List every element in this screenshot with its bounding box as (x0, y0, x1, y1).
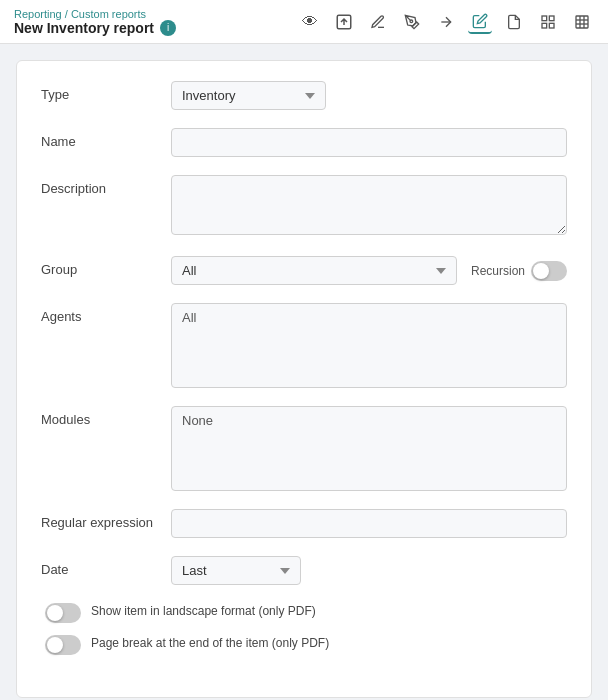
agents-control: All (171, 303, 567, 388)
active-edit-icon[interactable] (468, 10, 492, 34)
regex-control (171, 509, 567, 538)
grid-icon[interactable] (536, 10, 560, 34)
pen-nib-icon[interactable] (400, 10, 424, 34)
regex-row: Regular expression (41, 509, 567, 538)
form-card: Type Inventory Network Software Hardware… (16, 60, 592, 698)
modules-control: None (171, 406, 567, 491)
date-select[interactable]: Last Today This week This month (171, 556, 301, 585)
svg-rect-4 (549, 16, 554, 21)
description-control (171, 175, 567, 238)
breadcrumb-area: Reporting / Custom reports New Inventory… (14, 8, 176, 36)
svg-rect-6 (549, 23, 554, 28)
svg-rect-5 (542, 23, 547, 28)
eye-icon[interactable]: 👁 (298, 10, 322, 34)
info-icon[interactable]: i (160, 20, 176, 36)
recursion-toggle[interactable] (531, 261, 567, 281)
page-title-row: New Inventory report i (14, 20, 176, 36)
recursion-label: Recursion (471, 264, 525, 278)
modules-multiselect[interactable]: None (171, 406, 567, 491)
agents-multiselect[interactable]: All (171, 303, 567, 388)
landscape-row: Show item in landscape format (only PDF) (41, 603, 567, 623)
modules-value: None (182, 413, 213, 428)
type-control: Inventory Network Software Hardware (171, 81, 567, 110)
agents-value: All (182, 310, 196, 325)
group-row: Group All Group 1 Group 2 Recursion (41, 256, 567, 285)
breadcrumb: Reporting / Custom reports (14, 8, 176, 20)
group-label: Group (41, 256, 171, 277)
breadcrumb-parent[interactable]: Reporting (14, 8, 62, 20)
breadcrumb-current[interactable]: Custom reports (71, 8, 146, 20)
name-input[interactable] (171, 128, 567, 157)
pagebreak-toggle[interactable] (45, 635, 81, 655)
date-control: Last Today This week This month (171, 556, 567, 585)
recursion-toggle-wrap: Recursion (471, 261, 567, 281)
top-bar: Reporting / Custom reports New Inventory… (0, 0, 608, 44)
group-control: All Group 1 Group 2 Recursion (171, 256, 567, 285)
date-row: Date Last Today This week This month (41, 556, 567, 585)
modules-row: Modules None (41, 406, 567, 491)
description-row: Description (41, 175, 567, 238)
type-label: Type (41, 81, 171, 102)
name-row: Name (41, 128, 567, 157)
name-label: Name (41, 128, 171, 149)
landscape-toggle[interactable] (45, 603, 81, 623)
modules-label: Modules (41, 406, 171, 427)
document-icon[interactable] (502, 10, 526, 34)
regex-input[interactable] (171, 509, 567, 538)
agents-label: Agents (41, 303, 171, 324)
table-icon[interactable] (570, 10, 594, 34)
landscape-label: Show item in landscape format (only PDF) (91, 603, 316, 620)
date-label: Date (41, 556, 171, 577)
toolbar-icons: 👁 (298, 10, 594, 34)
svg-rect-3 (542, 16, 547, 21)
page-title: New Inventory report (14, 20, 154, 36)
wand-icon[interactable] (434, 10, 458, 34)
type-select[interactable]: Inventory Network Software Hardware (171, 81, 326, 110)
description-label: Description (41, 175, 171, 196)
pagebreak-label: Page break at the end of the item (only … (91, 635, 329, 652)
type-row: Type Inventory Network Software Hardware (41, 81, 567, 110)
svg-point-1 (410, 20, 413, 23)
description-textarea[interactable] (171, 175, 567, 235)
pagebreak-row: Page break at the end of the item (only … (41, 635, 567, 655)
main-content: Type Inventory Network Software Hardware… (0, 44, 608, 700)
group-select[interactable]: All Group 1 Group 2 (171, 256, 457, 285)
name-control (171, 128, 567, 157)
agents-row: Agents All (41, 303, 567, 388)
svg-rect-7 (576, 16, 588, 28)
export-icon[interactable] (332, 10, 356, 34)
regex-label: Regular expression (41, 509, 171, 530)
group-row-inner: All Group 1 Group 2 Recursion (171, 256, 567, 285)
pencil-icon[interactable] (366, 10, 390, 34)
